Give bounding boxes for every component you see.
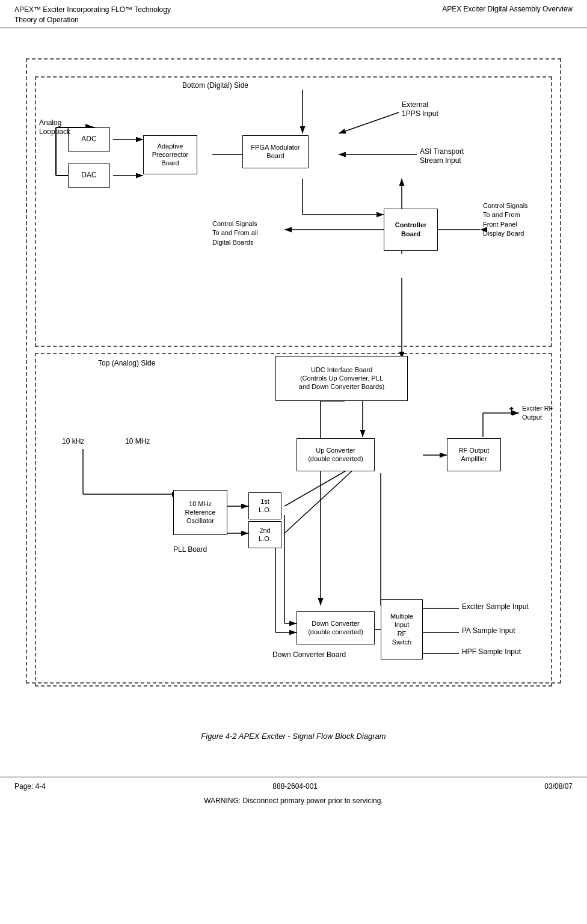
exciter-sample-input-label: Exciter Sample Input [462,602,529,612]
header-left: APEX™ Exciter Incorporating FLO™ Technol… [14,5,171,25]
page-footer: Page: 4-4 888-2604-001 03/08/07 [0,777,587,795]
1st-lo-block: 1st L.O. [248,492,281,519]
page-footer-wrapper: Page: 4-4 888-2604-001 03/08/07 WARNING:… [0,777,587,805]
footer-date: 03/08/07 [544,782,573,791]
footer-warning: WARNING: Disconnect primary power prior … [0,797,587,805]
exciter-rf-output-label: Exciter RF Output [522,404,553,423]
header-right: APEX Exciter Digital Assembly Overview [442,5,573,25]
header-title-line2: Theory of Operation [14,15,171,25]
figure-caption: Figure 4-2 APEX Exciter - Signal Flow Bl… [24,732,563,741]
down-converter-board-label: Down Converter Board [272,650,346,660]
footer-page-num: Page: 4-4 [14,782,46,791]
svg-line-8 [339,112,399,133]
bottom-digital-side-label: Bottom (Digital) Side [182,81,248,91]
analog-loopback-label: Analog Loopback [39,118,70,137]
control-signals-digital-label: Control Signals To and From all Digital … [212,219,258,248]
controller-board-block: Controller Board [384,209,438,251]
main-content: ADC DAC Adaptive Precorrector Board FPGA… [0,28,587,753]
udc-interface-block: UDC Interface Board (Controls Up Convert… [275,356,408,401]
dac-block: DAC [68,164,110,188]
diagram-container: ADC DAC Adaptive Precorrector Board FPGA… [26,40,561,714]
2nd-lo-block: 2nd L.O. [248,521,281,548]
adc-block: ADC [68,127,110,151]
pll-board-label: PLL Board [173,545,207,555]
10mhz-label: 10 MHz [125,437,150,447]
external-1pps-label: External 1PPS Input [402,100,438,119]
rf-output-amp-block: RF Output Amplifier [447,438,501,471]
pa-sample-input-label: PA Sample Input [462,626,515,636]
control-signals-front-panel-label: Control Signals To and From Front Panel … [483,201,528,239]
page-header: APEX™ Exciter Incorporating FLO™ Technol… [0,0,587,28]
10khz-label: 10 kHz [62,437,84,447]
asi-transport-label: ASI Transport Stream Input [420,147,464,166]
adaptive-precorrector-block: Adaptive Precorrector Board [143,135,197,174]
multiple-input-rf-switch-block: Multiple Input RF Switch [381,599,423,659]
svg-line-23 [284,461,363,533]
hpf-sample-input-label: HPF Sample Input [462,647,521,657]
10mhz-ref-osc-block: 10 MHz Reference Oscillator [173,490,227,535]
down-converter-block: Down Converter (double converted) [297,611,375,644]
top-analog-side-label: Top (Analog) Side [98,359,155,369]
footer-part-num: 888-2604-001 [46,782,544,791]
header-title-line1: APEX™ Exciter Incorporating FLO™ Technol… [14,5,171,15]
fpga-modulator-block: FPGA Modulator Board [242,135,309,168]
up-converter-block: Up Converter (double converted) [297,438,375,471]
